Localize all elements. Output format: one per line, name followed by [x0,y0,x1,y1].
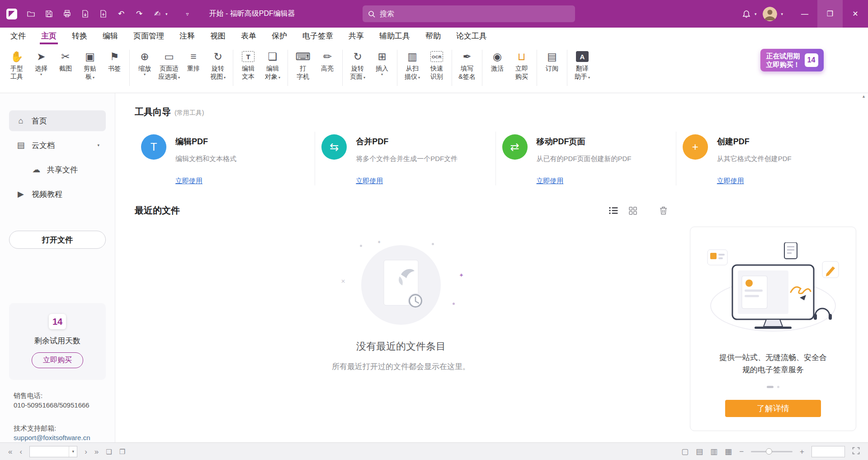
minimize-button[interactable]: — [792,0,817,28]
zoom-slider[interactable] [751,451,793,452]
save-icon[interactable] [44,9,53,19]
edit-text-button[interactable]: T 编辑 文本 [236,48,260,81]
continuous-layout-icon[interactable]: ▤ [696,448,703,455]
ribbon-toggle-icon[interactable]: ▿ [183,9,192,19]
chevron-down-icon[interactable]: ▾ [278,76,280,80]
subscribe-button[interactable]: ▤ 订阅 [540,48,564,73]
rotate-view-button[interactable]: ↻ 旋转 视图▾ [206,48,230,83]
notifications-bell-icon[interactable] [742,9,751,19]
search-input[interactable] [380,10,570,18]
reflow-button[interactable]: ≡ 重排 [181,48,206,73]
support-email-link[interactable]: support@foxitsoftware.cn [14,433,115,442]
zoom-slider-thumb[interactable] [766,448,772,455]
esign-tool-icon[interactable]: ✍ [153,9,162,19]
use-now-link[interactable]: 立即使用 [717,177,744,185]
card-edit-pdf[interactable]: T 编辑PDF 编辑文档和文本格式 立即使用 [135,132,315,185]
next-page-button[interactable]: › [85,448,87,455]
close-button[interactable]: ✕ [843,0,868,28]
user-avatar[interactable] [763,7,777,21]
menu-item-share[interactable]: 共享 [341,28,372,44]
content-scrollbar[interactable]: ▲ [861,94,867,441]
typewriter-button[interactable]: ⌨ 打 字机 [291,48,315,81]
chevron-down-icon[interactable]: ▾ [779,12,785,16]
promo-dot[interactable] [777,386,779,388]
menu-item-esign[interactable]: 电子签章 [295,28,341,44]
chevron-down-icon[interactable]: ▾ [363,76,365,80]
menu-item-home[interactable]: 主页 [33,28,64,44]
fill-sign-button[interactable]: ✒ 填写 &签名 [455,48,479,81]
sidebar-item-cloud-docs[interactable]: ▤ 云文档 ▾ [9,135,106,156]
translate-assistant-button[interactable]: A 翻译 助手▾ [570,48,594,83]
previous-view-icon[interactable]: ❏ [106,448,112,455]
export-pdf-icon[interactable] [80,9,90,19]
menu-item-comment[interactable]: 注释 [172,28,203,44]
menu-item-paper-tools[interactable]: 论文工具 [448,28,495,44]
menu-item-accessibility[interactable]: 辅助工具 [372,28,418,44]
clear-recent-button[interactable] [660,206,667,215]
zoom-level-input[interactable] [812,446,844,457]
use-now-link[interactable]: 立即使用 [537,177,564,185]
page-fit-button[interactable]: ▭ 页面适 应选项▾ [157,48,181,83]
chevron-down-icon[interactable]: ▾ [224,76,226,80]
zoom-out-button[interactable]: − [739,448,744,455]
card-create-pdf[interactable]: + 创建PDF 从其它格式文件创建PDF 立即使用 [676,132,856,185]
sidebar-item-shared-files[interactable]: ☁ 共享文件 [9,159,106,180]
fit-screen-icon[interactable] [852,447,860,456]
promo-dot-active[interactable] [767,386,774,388]
trial-buy-badge[interactable]: 正在试用期 立即购买！ 14 [760,49,824,71]
chevron-down-icon[interactable]: ▾ [753,12,759,16]
print-icon[interactable] [62,9,71,19]
menu-item-help[interactable]: 帮助 [418,28,448,44]
prev-page-button[interactable]: ‹ [19,448,22,455]
insert-button[interactable]: ⊞ 插入 ▾ [370,48,394,78]
chevron-down-icon[interactable]: ▾ [93,76,94,80]
search-box[interactable] [363,5,575,22]
menu-item-protect[interactable]: 保护 [264,28,295,44]
chevron-down-icon[interactable]: ▾ [588,76,590,80]
first-page-button[interactable]: « [8,448,12,455]
last-page-button[interactable]: » [94,448,99,455]
from-scanner-button[interactable]: ▥ 从扫 描仪▾ [400,48,425,83]
menu-item-convert[interactable]: 转换 [64,28,95,44]
clipboard-button[interactable]: ▣ 剪贴 板▾ [78,48,102,83]
quick-ocr-button[interactable]: OCR 快速 识别 [425,48,449,81]
facing-layout-icon[interactable]: ▥ [710,448,717,455]
use-now-link[interactable]: 立即使用 [356,177,383,185]
chevron-down-icon[interactable]: ▾ [381,72,383,77]
sidebar-item-home[interactable]: ⌂ 首页 [9,110,106,131]
highlight-button[interactable]: ✏ 高亮 [315,48,340,73]
redo-icon[interactable]: ↷ [135,9,144,19]
chevron-down-icon[interactable]: ▾ [69,446,77,457]
menu-item-form[interactable]: 表单 [233,28,264,44]
list-view-button[interactable] [609,207,618,214]
chevron-down-icon[interactable]: ▾ [178,76,180,80]
zoom-button[interactable]: ⊕ 缩放 ▾ [132,48,157,78]
chevron-down-icon[interactable]: ▾ [97,143,99,147]
restore-button[interactable]: ❐ [817,0,843,28]
next-view-icon[interactable]: ❐ [119,448,125,455]
open-file-icon[interactable] [26,9,35,19]
chevron-down-icon[interactable]: ▾ [144,72,146,77]
create-pdf-icon-titlebar[interactable] [99,9,108,19]
page-number-input[interactable] [30,446,69,457]
edit-object-button[interactable]: ❏ 编辑 对象▾ [260,48,285,83]
menu-item-view[interactable]: 视图 [203,28,233,44]
chevron-down-icon[interactable]: ▾ [40,72,42,77]
use-now-link[interactable]: 立即使用 [175,177,203,185]
card-move-pdf-pages[interactable]: ⇄ 移动PDF页面 从已有的PDF页面创建新的PDF 立即使用 [495,132,676,185]
chevron-down-icon[interactable]: ▾ [165,12,168,16]
zoom-in-button[interactable]: + [800,448,804,455]
buy-now-pill-button[interactable]: 立即购买 [32,352,83,368]
facing-continuous-layout-icon[interactable]: ▦ [725,448,732,455]
menu-item-file[interactable]: 文件 [3,28,33,44]
menu-item-edit[interactable]: 编辑 [95,28,126,44]
single-page-layout-icon[interactable]: ▢ [681,448,689,455]
select-tool-button[interactable]: ➤ 选择 ▾ [29,48,53,78]
scroll-up-icon[interactable]: ▲ [861,94,867,99]
hand-tool-button[interactable]: ✋ 手型 工具 [5,48,29,81]
activate-button[interactable]: ◉ 激活 [485,48,509,73]
undo-icon[interactable]: ↶ [117,9,126,19]
learn-more-button[interactable]: 了解详情 [725,400,821,417]
grid-view-button[interactable] [629,207,637,215]
open-file-button[interactable]: 打开文件 [9,231,106,249]
